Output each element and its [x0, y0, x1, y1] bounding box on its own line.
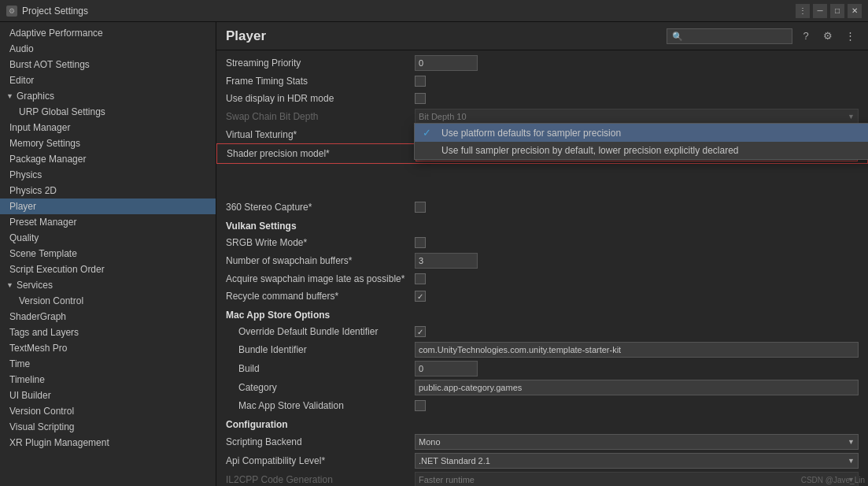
- sidebar-item-visual-scripting[interactable]: Visual Scripting: [0, 419, 216, 435]
- sidebar-item-player[interactable]: Player: [0, 198, 216, 214]
- dropdown-scripting-backend-arrow: ▼: [848, 438, 855, 446]
- label-swap-chain: Swap Chain Bit Depth: [226, 111, 415, 122]
- title-bar-menu-btn[interactable]: ⋮: [796, 4, 810, 18]
- sidebar-item-services-label: Services: [17, 280, 53, 291]
- row-override-bundle: Override Default Bundle Identifier: [216, 323, 868, 340]
- row-recycle-command: Recycle command buffers*: [216, 288, 868, 305]
- sidebar-item-tags-layers[interactable]: Tags and Layers: [0, 325, 216, 340]
- sidebar-item-timeline[interactable]: Timeline: [0, 372, 216, 388]
- title-bar-icon: ⚙: [6, 6, 17, 17]
- label-recycle-command: Recycle command buffers*: [226, 291, 415, 302]
- sidebar-item-textmesh[interactable]: TextMesh Pro: [0, 340, 216, 356]
- more-button[interactable]: ⋮: [841, 28, 859, 45]
- row-frame-timing: Frame Timing Stats: [216, 72, 868, 90]
- label-category: Category: [226, 382, 415, 393]
- row-hdr-mode: Use display in HDR mode: [216, 90, 868, 107]
- help-button[interactable]: ?: [797, 28, 814, 45]
- row-streaming-priority: Streaming Priority: [216, 54, 868, 72]
- search-input[interactable]: [667, 28, 792, 44]
- scripting-backend-value: Mono: [419, 437, 441, 447]
- sidebar-item-ui-builder[interactable]: UI Builder: [0, 388, 216, 403]
- label-streaming-priority: Streaming Priority: [226, 58, 415, 69]
- dropdown-scripting-backend[interactable]: Mono ▼: [415, 434, 859, 450]
- dropdown-option-2[interactable]: Use full sampler precision by default, l…: [415, 142, 868, 159]
- dropdown-api-compatibility[interactable]: .NET Standard 2.1 ▼: [415, 453, 859, 469]
- sidebar-item-physics2d[interactable]: Physics 2D: [0, 183, 216, 198]
- graphics-expand-icon: ▼: [6, 92, 13, 100]
- row-il2cpp: IL2CPP Code Generation Faster runtime ▼: [216, 470, 868, 486]
- category-value: public.app-category.games: [419, 383, 522, 392]
- sidebar-item-adaptive-performance[interactable]: Adaptive Performance: [0, 25, 216, 41]
- field-bundle-identifier[interactable]: com.UnityTechnologies.com.unity.template…: [415, 342, 859, 358]
- checkbox-mac-validation[interactable]: [415, 400, 426, 411]
- sidebar-item-memory-settings[interactable]: Memory Settings: [0, 135, 216, 151]
- label-build: Build: [226, 363, 415, 374]
- label-frame-timing: Frame Timing Stats: [226, 76, 415, 87]
- checkbox-override-bundle[interactable]: [415, 326, 426, 337]
- sidebar-item-version-control-sub[interactable]: Version Control: [0, 293, 216, 309]
- sidebar-item-version-control[interactable]: Version Control: [0, 403, 216, 419]
- content-scroll[interactable]: Streaming Priority Frame Timing Stats Us…: [216, 50, 868, 486]
- title-bar-title: Project Settings: [22, 6, 796, 17]
- sidebar-item-urp-global[interactable]: URP Global Settings: [0, 104, 216, 120]
- title-bar-maximize-btn[interactable]: □: [830, 4, 844, 18]
- label-override-bundle: Override Default Bundle Identifier: [226, 326, 415, 337]
- dropdown-swap-chain-arrow: ▼: [848, 113, 855, 121]
- row-mac-validation: Mac App Store Validation: [216, 397, 868, 414]
- dropdown-option-2-label: Use full sampler precision by default, l…: [441, 145, 739, 156]
- label-virtual-texturing: Virtual Texturing*: [226, 129, 415, 140]
- main-layout: Adaptive Performance Audio Burst AOT Set…: [0, 22, 868, 486]
- sidebar-item-package-manager[interactable]: Package Manager: [0, 151, 216, 167]
- sidebar-item-preset-manager[interactable]: Preset Manager: [0, 214, 216, 230]
- check-icon-1: ✓: [423, 127, 435, 139]
- settings-button[interactable]: ⚙: [819, 28, 837, 45]
- label-srgb-write: SRGB Write Mode*: [226, 237, 415, 248]
- row-build: Build: [216, 359, 868, 378]
- dropdown-swap-chain[interactable]: Bit Depth 10 ▼: [415, 109, 859, 124]
- row-bundle-identifier: Bundle Identifier com.UnityTechnologies.…: [216, 340, 868, 359]
- sidebar-item-burst-aot[interactable]: Burst AOT Settings: [0, 57, 216, 72]
- row-acquire-swapchain: Acquire swapchain image late as possible…: [216, 270, 868, 288]
- label-swapchain-buffers: Number of swapchain buffers*: [226, 255, 415, 266]
- sidebar-group-graphics[interactable]: ▼ Graphics: [0, 88, 216, 104]
- section-vulkan: Vulkan Settings: [216, 216, 868, 234]
- dropdown-il2cpp[interactable]: Faster runtime ▼: [415, 472, 859, 486]
- title-bar-minimize-btn[interactable]: ─: [813, 4, 827, 18]
- sidebar-item-shadergraph[interactable]: ShaderGraph: [0, 309, 216, 325]
- sidebar-item-audio[interactable]: Audio: [0, 41, 216, 57]
- checkbox-recycle-command[interactable]: [415, 291, 426, 302]
- sidebar-group-services[interactable]: ▼ Services: [0, 277, 216, 293]
- content-area: Player ? ⚙ ⋮ Streaming Priority Frame Ti…: [216, 22, 868, 486]
- field-category[interactable]: public.app-category.games: [415, 380, 859, 395]
- title-bar-close-btn[interactable]: ✕: [848, 4, 862, 18]
- sidebar-item-xr-plugin[interactable]: XR Plugin Management: [0, 435, 216, 451]
- content-header: Player ? ⚙ ⋮: [216, 22, 868, 50]
- field-swapchain-buffers[interactable]: [415, 253, 478, 269]
- field-build[interactable]: [415, 361, 478, 377]
- sidebar-item-input-manager[interactable]: Input Manager: [0, 120, 216, 135]
- sidebar-item-script-execution[interactable]: Script Execution Order: [0, 262, 216, 277]
- sidebar-item-physics[interactable]: Physics: [0, 167, 216, 183]
- field-streaming-priority[interactable]: [415, 55, 478, 71]
- dropdown-swap-chain-value: Bit Depth 10: [419, 112, 467, 121]
- checkbox-srgb-write[interactable]: [415, 237, 426, 248]
- checkbox-acquire-swapchain[interactable]: [415, 273, 426, 284]
- checkbox-hdr-mode[interactable]: [415, 93, 426, 104]
- label-scripting-backend: Scripting Backend: [226, 436, 415, 447]
- row-swapchain-buffers: Number of swapchain buffers*: [216, 251, 868, 270]
- dropdown-option-1[interactable]: ✓ Use platform defaults for sampler prec…: [415, 124, 868, 142]
- row-scripting-backend: Scripting Backend Mono ▼: [216, 432, 868, 451]
- checkbox-frame-timing[interactable]: [415, 76, 426, 87]
- header-icons: ? ⚙ ⋮: [667, 28, 859, 45]
- api-compatibility-value: .NET Standard 2.1: [419, 456, 490, 466]
- sidebar-item-editor[interactable]: Editor: [0, 72, 216, 88]
- row-category: Category public.app-category.games: [216, 378, 868, 397]
- watermark: CSDN @Jave_Lin: [801, 476, 865, 484]
- checkbox-360-stereo[interactable]: [415, 202, 426, 213]
- page-title: Player: [226, 28, 266, 44]
- label-hdr-mode: Use display in HDR mode: [226, 93, 415, 104]
- sidebar-item-time[interactable]: Time: [0, 356, 216, 372]
- il2cpp-value: Faster runtime: [419, 475, 475, 484]
- sidebar-item-quality[interactable]: Quality: [0, 230, 216, 246]
- sidebar-item-scene-template[interactable]: Scene Template: [0, 246, 216, 262]
